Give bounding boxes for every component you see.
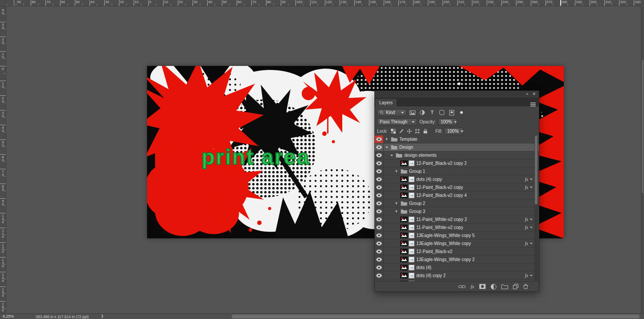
add-layer-style-icon[interactable]: fx (471, 284, 474, 289)
layer-thumbnail[interactable] (400, 184, 414, 190)
fill-select[interactable]: 100% (444, 128, 463, 135)
layer-row[interactable]: design elements (375, 151, 539, 160)
visibility-toggle[interactable] (375, 264, 384, 271)
visibility-toggle[interactable] (375, 151, 384, 159)
layer-row[interactable]: dots (4) copy 2 fx (375, 272, 539, 280)
visibility-toggle[interactable] (375, 232, 384, 239)
expand-collapse-arrow[interactable] (395, 209, 399, 213)
layer-name: Group 2 (409, 201, 425, 206)
layer-row[interactable]: 12-Paint_Black-v2 copy 4 (375, 192, 539, 200)
layer-thumbnail[interactable] (400, 225, 414, 230)
filter-type-layers-icon[interactable]: T (428, 109, 436, 116)
layer-thumbnail[interactable] (400, 192, 414, 198)
layer-thumbnail[interactable] (400, 273, 414, 278)
layer-row[interactable]: 11-Paint_White-v2 copy 2 fx (375, 216, 539, 224)
layer-effects-badge[interactable]: fx (525, 185, 533, 190)
fx-chevron-icon (530, 219, 533, 220)
panel-scrollbar[interactable] (534, 135, 538, 282)
layer-filtering-toggle-icon[interactable] (458, 109, 465, 116)
layer-thumbnail[interactable] (400, 160, 414, 166)
layer-row[interactable]: 12-Paint_Black-v2 copy fx (375, 184, 539, 192)
visibility-toggle[interactable] (375, 160, 384, 167)
add-adjustment-layer-icon[interactable] (491, 284, 496, 290)
layer-row[interactable]: 12-Paint_Black-v2 (375, 248, 539, 256)
lock-all-icon[interactable] (422, 128, 429, 135)
visibility-toggle[interactable] (375, 248, 384, 255)
layer-row[interactable]: Template (375, 135, 539, 143)
filter-pixel-layers-icon[interactable] (409, 109, 416, 116)
panel-menu-icon[interactable] (530, 100, 536, 108)
layer-effects-badge[interactable]: fx (525, 177, 533, 182)
main-vertical-scrollbar-thumb[interactable] (642, 60, 644, 193)
collapse-panel-icon[interactable]: « (526, 92, 528, 96)
close-panel-icon[interactable]: ✕ (532, 92, 536, 96)
filter-adjustment-layers-icon[interactable] (418, 109, 426, 116)
layer-effects-badge[interactable]: fx (525, 273, 533, 278)
expand-collapse-arrow[interactable] (395, 201, 399, 205)
filter-kind-select[interactable]: Kind (377, 109, 406, 116)
layer-thumbnail[interactable] (400, 233, 414, 238)
visibility-toggle[interactable] (375, 184, 384, 191)
visibility-toggle[interactable] (375, 272, 384, 279)
expand-collapse-arrow[interactable] (385, 137, 389, 141)
tab-layers[interactable]: Layers (375, 99, 397, 106)
layer-thumbnail[interactable] (400, 241, 414, 246)
layer-row[interactable]: 13Eagle-Wings_White copy 2 (375, 256, 539, 264)
visibility-toggle[interactable] (375, 176, 384, 183)
layer-row[interactable]: Group 3 (375, 208, 539, 216)
panel-scrollbar-thumb[interactable] (535, 135, 537, 204)
layer-thumbnail[interactable] (400, 176, 414, 182)
visibility-toggle[interactable] (375, 224, 384, 231)
layer-thumbnail[interactable] (400, 257, 414, 262)
layer-row[interactable]: 13Eagle-Wings_White copy 5 (375, 232, 539, 240)
ruler-origin-corner[interactable] (0, 0, 6, 6)
visibility-toggle[interactable] (375, 216, 384, 223)
expand-collapse-arrow[interactable] (395, 169, 399, 173)
layer-row[interactable]: Group 1 (375, 168, 539, 176)
opacity-select[interactable]: 100% (438, 119, 457, 126)
visibility-toggle[interactable] (375, 240, 384, 247)
ruler-top[interactable]: 9080706050403020100102030405060708090100… (6, 0, 641, 6)
layer-effects-badge[interactable]: fx (525, 225, 533, 230)
layer-row[interactable]: dots (4) (375, 264, 539, 272)
layer-effects-badge[interactable]: fx (525, 217, 533, 222)
expand-collapse-arrow[interactable] (390, 153, 394, 157)
lock-pixels-icon[interactable] (398, 128, 405, 135)
layer-thumbnail[interactable] (400, 265, 414, 270)
blend-mode-select[interactable]: Pass Through (377, 119, 417, 126)
layer-row[interactable]: 13Eagle-Wings_White copy fx (375, 240, 539, 248)
canvas-area[interactable]: print area (6, 6, 641, 313)
status-menu-arrow-icon[interactable]: ❯ (101, 314, 104, 318)
lock-transparency-icon[interactable] (390, 128, 397, 135)
horizontal-scrollbar-thumb[interactable] (232, 315, 640, 319)
expand-collapse-arrow[interactable] (385, 145, 389, 149)
layer-effects-badge[interactable]: fx (525, 241, 533, 246)
visibility-toggle[interactable] (375, 135, 384, 143)
layer-thumbnail[interactable] (400, 217, 414, 222)
layer-row[interactable]: Group 2 (375, 200, 539, 208)
layer-row[interactable]: dots (4) copy fx (375, 176, 539, 184)
main-vertical-scrollbar[interactable] (641, 6, 644, 313)
layer-row[interactable]: 12-Paint_Black-v2 copy 2 (375, 160, 539, 168)
layer-row[interactable]: Design (375, 143, 539, 151)
visibility-toggle[interactable] (375, 200, 384, 207)
visibility-toggle[interactable] (375, 192, 384, 199)
link-layers-icon[interactable] (458, 285, 466, 289)
visibility-toggle[interactable] (375, 143, 384, 151)
horizontal-scrollbar[interactable] (232, 315, 640, 319)
visibility-toggle[interactable] (375, 208, 384, 215)
add-layer-mask-icon[interactable] (479, 284, 486, 289)
lock-artboard-icon[interactable] (414, 128, 421, 135)
layer-thumbnail[interactable] (400, 249, 414, 254)
ruler-left[interactable]: 4030201001020304050607080901001101201301… (0, 6, 6, 313)
new-group-icon[interactable] (501, 284, 508, 289)
lock-position-icon[interactable] (406, 128, 413, 135)
filter-smart-object-icon[interactable] (448, 109, 455, 116)
zoom-level[interactable]: 6.25% (3, 314, 14, 319)
filter-shape-layers-icon[interactable] (438, 109, 446, 116)
visibility-toggle[interactable] (375, 256, 384, 263)
new-layer-icon[interactable] (513, 284, 518, 289)
delete-layer-icon[interactable] (523, 284, 528, 289)
layer-row[interactable]: 11-Paint_White-v2 copy fx (375, 224, 539, 232)
visibility-toggle[interactable] (375, 168, 384, 175)
